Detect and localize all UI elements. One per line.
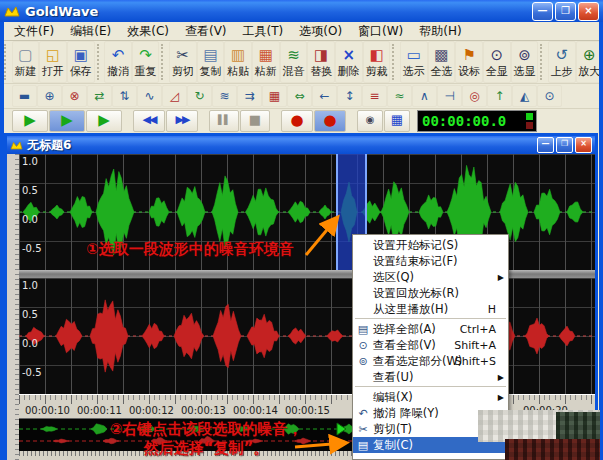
new-button[interactable]: ▢新建: [12, 41, 40, 83]
effect-icon[interactable]: ⊕: [37, 85, 62, 107]
record-selection-button[interactable]: ●: [314, 110, 346, 132]
close-button[interactable]: ×: [578, 2, 599, 21]
save-button[interactable]: ▣保存: [67, 41, 95, 83]
amplitude-label: 1.0: [22, 280, 38, 291]
show-all-button[interactable]: ⊙全显: [483, 41, 511, 83]
shortcut-label: Shift+A: [454, 339, 496, 352]
button-label: 选示: [403, 65, 425, 78]
replace-button[interactable]: ◨替换: [307, 41, 335, 83]
effect-icon[interactable]: ∧: [412, 85, 437, 107]
effect-icon[interactable]: ⊙: [537, 85, 562, 107]
paste-button[interactable]: ▥粘贴: [224, 41, 252, 83]
button-label: 选显: [513, 65, 535, 78]
menu-help[interactable]: 帮助(H): [411, 22, 469, 41]
doc-maximize-button[interactable]: ❐: [556, 137, 573, 153]
paste-new-button[interactable]: ▦粘新: [252, 41, 280, 83]
copy-button[interactable]: ▤复制: [197, 41, 225, 83]
annotation-step2-line2: 然后选择“复制”。: [60, 439, 352, 458]
effect-icon[interactable]: ∿: [137, 85, 162, 107]
effect-icon[interactable]: ≈: [387, 85, 412, 107]
open-button[interactable]: ◱打开: [39, 41, 67, 83]
menu-item-view-all[interactable]: ⊙查看全部(V)Shift+A: [353, 337, 508, 353]
menu-view[interactable]: 查看(V): [177, 22, 235, 41]
time-tick-label: 00:00:10: [25, 405, 70, 416]
menu-item-select-all[interactable]: ▤选择全部(A)Ctrl+A: [353, 321, 508, 337]
play-button[interactable]: ▶: [12, 110, 48, 132]
doc-minimize-button[interactable]: —: [537, 137, 554, 153]
menu-file[interactable]: 文件(F): [6, 22, 62, 41]
menu-item-view[interactable]: 查看(U)▶: [353, 369, 508, 385]
menu-item-set-playback-cursor[interactable]: 设置回放光标(R): [353, 285, 508, 301]
play-selection-button[interactable]: ▶: [49, 110, 85, 132]
menu-item-play-from-here[interactable]: 从这里播放(H)H: [353, 301, 508, 317]
effect-icon[interactable]: ↑: [487, 85, 512, 107]
effect-icon[interactable]: ↕: [337, 85, 362, 107]
select-view-icon: ▭: [407, 47, 421, 65]
effect-icon[interactable]: ↻: [187, 85, 212, 107]
trim-icon: ◧: [369, 47, 383, 65]
effect-icon[interactable]: ⇉: [237, 85, 262, 107]
menu-item-selection[interactable]: 选区(Q)▶: [353, 269, 508, 285]
redo-button[interactable]: ↷重复: [132, 41, 160, 83]
select-all-button[interactable]: ▩全选: [428, 41, 456, 83]
annotation-step2: ②右键点击该段选取的噪音， 然后选择“复制”。: [60, 420, 352, 458]
menu-window[interactable]: 窗口(W): [350, 22, 411, 41]
save-icon: ▣: [74, 47, 88, 65]
button-label: 全选: [430, 65, 452, 78]
effect-icon[interactable]: ⇅: [112, 85, 137, 107]
menu-options[interactable]: 选项(O): [291, 22, 350, 41]
effect-icon[interactable]: ⊗: [62, 85, 87, 107]
amplitude-label: 0.0: [22, 214, 38, 225]
menu-edit[interactable]: 编辑(E): [62, 22, 119, 41]
annotation-step2-line1: ②右键点击该段选取的噪音，: [60, 420, 352, 439]
undo-icon: ↶: [353, 407, 373, 420]
title-bar[interactable]: GoldWave — ❐ ×: [0, 0, 603, 22]
effect-icon[interactable]: ◎: [462, 85, 487, 107]
play-marked-button[interactable]: ▶: [86, 110, 122, 132]
button-label: 粘贴: [227, 65, 249, 78]
effect-icon[interactable]: ⊣: [437, 85, 462, 107]
maximize-button[interactable]: ❐: [555, 2, 576, 21]
magnifier-selection-icon: ⊚: [518, 47, 531, 65]
mix-button[interactable]: ≋混音: [280, 41, 308, 83]
set-marker-button[interactable]: ⚑设标: [455, 41, 483, 83]
doc-close-button[interactable]: ×: [575, 137, 592, 153]
menu-item-set-end-marker[interactable]: 设置结束标记(F): [353, 253, 508, 269]
minimize-button[interactable]: —: [532, 2, 553, 21]
menu-item-edit[interactable]: 编辑(X)▶: [353, 389, 508, 405]
stop-button[interactable]: ■: [240, 110, 270, 132]
device-controls-button[interactable]: ▦: [384, 110, 410, 132]
monitor-button[interactable]: ◉: [357, 110, 383, 132]
effect-icon[interactable]: ⇔: [287, 85, 312, 107]
delete-button[interactable]: ×删除: [335, 41, 363, 83]
effect-icon[interactable]: ◿: [162, 85, 187, 107]
document-title-bar[interactable]: 无标题6 — ❐ ×: [7, 136, 595, 154]
toolbar-grip[interactable]: [4, 44, 10, 80]
record-button[interactable]: ●: [281, 110, 313, 132]
rewind-button[interactable]: ◀◀: [133, 110, 165, 132]
effect-icon[interactable]: ≋: [212, 85, 237, 107]
menu-tools[interactable]: 工具(T): [235, 22, 292, 41]
cut-button[interactable]: ✂剪切: [169, 41, 197, 83]
trim-button[interactable]: ◧剪裁: [363, 41, 391, 83]
button-label: 剪裁: [366, 65, 388, 78]
select-view-button[interactable]: ▭选示: [400, 41, 428, 83]
time-display-value: 00:00:00.0: [418, 113, 506, 129]
undo-button[interactable]: ↶撤消: [104, 41, 132, 83]
effect-icon[interactable]: ▦: [262, 85, 287, 107]
effect-icon[interactable]: ▬: [12, 85, 37, 107]
pause-button[interactable]: ▌▌: [209, 110, 239, 132]
effect-icon[interactable]: ⇄: [87, 85, 112, 107]
menu-effects[interactable]: 效果(C): [119, 22, 177, 41]
previous-zoom-button[interactable]: ↺上步: [548, 41, 576, 83]
effect-icon[interactable]: ←: [312, 85, 337, 107]
fast-forward-button[interactable]: ▶▶: [166, 110, 198, 132]
menu-item-set-start-marker[interactable]: 设置开始标记(S): [353, 237, 508, 253]
menu-item-view-selection[interactable]: ⊚查看选定部分(W)Shift+S: [353, 353, 508, 369]
effect-icon[interactable]: ≡: [362, 85, 387, 107]
app-title: GoldWave: [25, 4, 98, 19]
effect-icon[interactable]: ◭: [512, 85, 537, 107]
copy-icon: ▤: [353, 439, 373, 452]
button-label: 混音: [283, 65, 305, 78]
show-selection-button[interactable]: ⊚选显: [511, 41, 539, 83]
